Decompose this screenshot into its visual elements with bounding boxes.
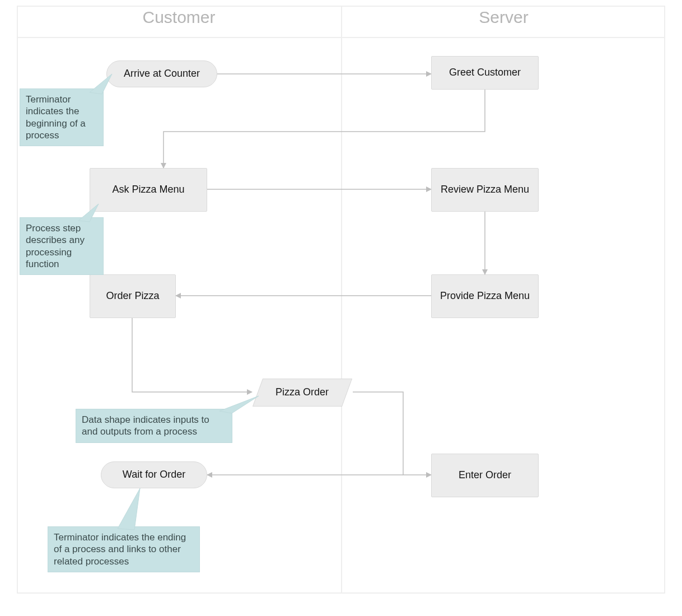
- node-review-pizza-menu: Review Pizza Menu: [431, 168, 539, 212]
- lane-title-customer: Customer: [17, 8, 341, 27]
- lane-title-server: Server: [342, 8, 665, 27]
- lane-divider: [341, 6, 342, 594]
- callout-terminator-end: Terminator indicates the ending of a pro…: [48, 526, 200, 572]
- node-ask-pizza-menu: Ask Pizza Menu: [90, 168, 207, 212]
- node-provide-pizza-menu: Provide Pizza Menu: [431, 274, 539, 318]
- callout-process-step: Process step describes any processing fu…: [20, 217, 104, 275]
- callout-data-shape: Data shape indicates inputs to and outpu…: [76, 409, 232, 443]
- node-arrive-at-counter: Arrive at Counter: [106, 60, 217, 87]
- node-order-pizza: Order Pizza: [90, 274, 176, 318]
- node-pizza-order-label: Pizza Order: [275, 386, 329, 399]
- node-enter-order: Enter Order: [431, 454, 539, 497]
- callout-terminator-start: Terminator indicates the beginning of a …: [20, 88, 104, 146]
- node-pizza-order: Pizza Order: [253, 379, 352, 407]
- swimlane-diagram: Customer Server Arrive at Counter Greet …: [0, 0, 682, 616]
- node-greet-customer: Greet Customer: [431, 56, 539, 90]
- node-wait-for-order: Wait for Order: [101, 461, 207, 488]
